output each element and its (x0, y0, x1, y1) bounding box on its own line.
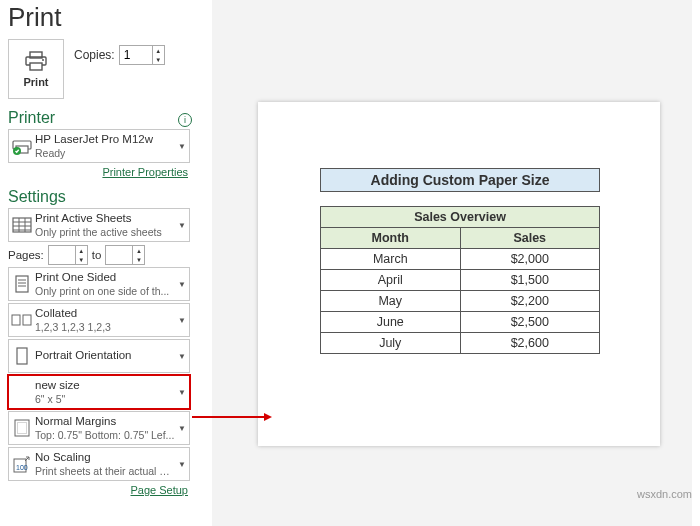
print-button[interactable]: Print (8, 39, 64, 99)
cell-month: June (321, 312, 461, 333)
pages-label: Pages: (8, 249, 44, 261)
svg-rect-18 (23, 315, 31, 325)
svg-rect-17 (12, 315, 20, 325)
printer-properties-link[interactable]: Printer Properties (4, 166, 188, 178)
svg-rect-19 (17, 348, 27, 364)
sales-table: Sales Overview Month Sales March$2,000Ap… (320, 206, 600, 354)
collated-sub: 1,2,3 1,2,3 1,2,3 (35, 321, 175, 333)
table-row: July$2,600 (321, 333, 600, 354)
paper-size-dropdown[interactable]: new size 6" x 5" ▼ (8, 375, 190, 409)
scaling-title: No Scaling (35, 451, 175, 464)
copies-up[interactable]: ▲ (153, 46, 164, 55)
table-overview: Sales Overview (321, 207, 600, 228)
svg-text:100: 100 (16, 464, 28, 471)
settings-heading: Settings (8, 188, 194, 206)
sided-dropdown[interactable]: Print One Sided Only print on one side o… (8, 267, 190, 301)
orientation-dropdown[interactable]: Portrait Orientation ▼ (8, 339, 190, 373)
sheet-title: Adding Custom Paper Size (320, 168, 600, 192)
cell-month: July (321, 333, 461, 354)
margins-sub: Top: 0.75" Bottom: 0.75" Lef... (35, 429, 175, 441)
pages-to-down[interactable]: ▼ (133, 255, 144, 264)
cell-sales: $1,500 (460, 270, 600, 291)
cell-sales: $2,000 (460, 249, 600, 270)
portrait-icon (9, 347, 35, 365)
scaling-icon: 100 (9, 455, 35, 473)
page-setup-link[interactable]: Page Setup (4, 484, 188, 496)
pages-range: Pages: ▲▼ to ▲▼ (8, 245, 194, 265)
printer-name: HP LaserJet Pro M12w (35, 133, 175, 146)
chevron-down-icon: ▼ (175, 221, 189, 230)
cell-sales: $2,500 (460, 312, 600, 333)
cell-month: March (321, 249, 461, 270)
chevron-down-icon: ▼ (175, 460, 189, 469)
chevron-down-icon: ▼ (175, 424, 189, 433)
sheets-icon (9, 217, 35, 233)
chevron-down-icon: ▼ (175, 352, 189, 361)
printer-section: i HP LaserJet Pro M12w Ready ▼ Printer P… (4, 129, 194, 178)
chevron-down-icon: ▼ (175, 142, 189, 151)
print-button-label: Print (23, 76, 48, 88)
print-what-text: Print Active Sheets Only print the activ… (35, 212, 175, 237)
collated-dropdown[interactable]: Collated 1,2,3 1,2,3 1,2,3 ▼ (8, 303, 190, 337)
chevron-down-icon: ▼ (175, 388, 189, 397)
print-what-title: Print Active Sheets (35, 212, 175, 225)
pages-to-up[interactable]: ▲ (133, 246, 144, 255)
pages-to-spinner[interactable]: ▲▼ (105, 245, 145, 265)
print-panel: Print Print Copies: ▲ ▼ (4, 0, 194, 526)
print-preview-area: Adding Custom Paper Size Sales Overview … (212, 0, 692, 526)
table-row: March$2,000 (321, 249, 600, 270)
svg-rect-21 (18, 423, 27, 434)
cell-sales: $2,600 (460, 333, 600, 354)
copies-field: Copies: ▲ ▼ (74, 45, 165, 65)
scaling-sub: Print sheets at their actual size (35, 465, 175, 477)
printer-dropdown[interactable]: HP LaserJet Pro M12w Ready ▼ (8, 129, 190, 163)
collated-icon (9, 312, 35, 328)
col-month: Month (321, 228, 461, 249)
sided-sub: Only print on one side of th... (35, 285, 175, 297)
cell-month: April (321, 270, 461, 291)
pages-from-up[interactable]: ▲ (76, 246, 87, 255)
pages-to-input[interactable] (106, 246, 132, 264)
table-row: May$2,200 (321, 291, 600, 312)
print-what-dropdown[interactable]: Print Active Sheets Only print the activ… (8, 208, 190, 242)
svg-rect-13 (16, 276, 28, 292)
margins-dropdown[interactable]: Normal Margins Top: 0.75" Bottom: 0.75" … (8, 411, 190, 445)
margins-icon (9, 419, 35, 437)
pages-from-spinner[interactable]: ▲▼ (48, 245, 88, 265)
paper-size-title: new size (35, 379, 175, 392)
one-sided-icon (9, 274, 35, 294)
printer-icon (24, 51, 48, 74)
printer-heading: Printer (8, 109, 194, 127)
collated-title: Collated (35, 307, 175, 320)
printer-status-icon (9, 137, 35, 155)
scaling-dropdown[interactable]: 100 No Scaling Print sheets at their act… (8, 447, 190, 481)
copies-input[interactable] (120, 46, 152, 64)
col-sales: Sales (460, 228, 600, 249)
copies-arrows: ▲ ▼ (152, 46, 164, 64)
printer-status: Ready (35, 147, 175, 159)
svg-rect-2 (30, 63, 42, 70)
paper-size-sub: 6" x 5" (35, 393, 175, 405)
print-what-sub: Only print the active sheets (35, 226, 175, 238)
pages-from-input[interactable] (49, 246, 75, 264)
preview-page: Adding Custom Paper Size Sales Overview … (258, 102, 660, 446)
pages-from-down[interactable]: ▼ (76, 255, 87, 264)
printer-text: HP LaserJet Pro M12w Ready (35, 133, 175, 158)
chevron-down-icon: ▼ (175, 280, 189, 289)
preview-content: Adding Custom Paper Size Sales Overview … (320, 168, 600, 354)
margins-title: Normal Margins (35, 415, 175, 428)
orientation-title: Portrait Orientation (35, 349, 175, 362)
sided-title: Print One Sided (35, 271, 175, 284)
cell-sales: $2,200 (460, 291, 600, 312)
copies-spinner[interactable]: ▲ ▼ (119, 45, 165, 65)
copies-down[interactable]: ▼ (153, 55, 164, 64)
pages-to-label: to (92, 249, 102, 261)
watermark: wsxdn.com (637, 488, 692, 500)
chevron-down-icon: ▼ (175, 316, 189, 325)
table-row: June$2,500 (321, 312, 600, 333)
print-top-row: Print Copies: ▲ ▼ (4, 39, 194, 99)
table-row: April$1,500 (321, 270, 600, 291)
info-icon[interactable]: i (178, 113, 192, 127)
svg-point-3 (42, 59, 44, 61)
page-title: Print (8, 2, 194, 33)
